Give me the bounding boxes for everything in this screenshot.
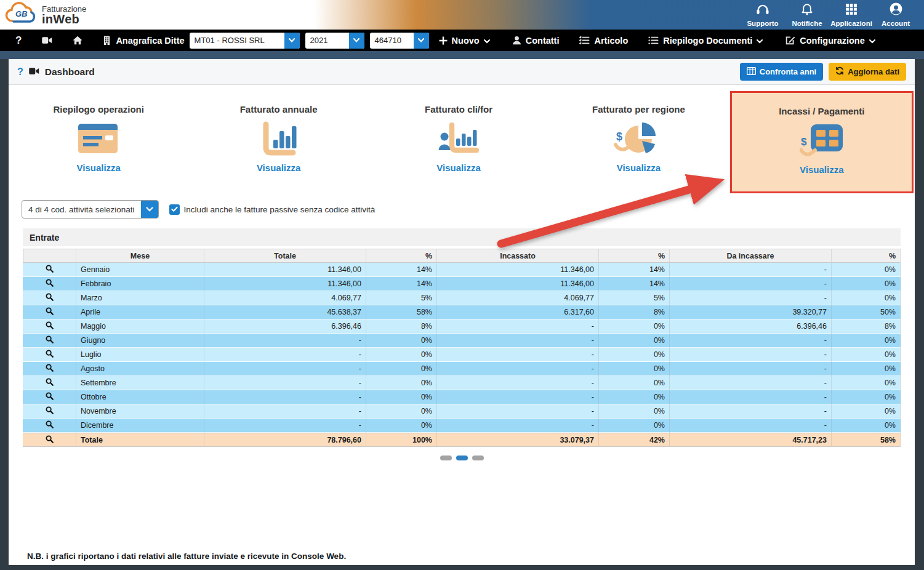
- value-cell: 0%: [599, 390, 670, 404]
- logo-line1: Fatturazione: [42, 5, 86, 13]
- page-dot-active[interactable]: [456, 456, 468, 460]
- card-title: Fatturato annuale: [240, 104, 318, 114]
- include-passive-invoices-checkbox[interactable]: Includi anche le fatture passive senza c…: [169, 204, 376, 215]
- video-tutorial-icon[interactable]: [29, 66, 39, 78]
- zoom-row-button[interactable]: [23, 376, 76, 390]
- value-cell: 0%: [832, 362, 901, 376]
- nav-item-contatti[interactable]: Contatti: [512, 36, 560, 46]
- video-tutorial-icon[interactable]: [42, 36, 52, 44]
- filter-row: 4 di 4 cod. attività selezionati Includi…: [22, 200, 915, 219]
- nav-item-riepilogo-documenti[interactable]: Riepilogo Documenti: [648, 36, 767, 46]
- column-header: Incassato: [437, 249, 599, 263]
- column-header: [23, 249, 76, 263]
- notifications-label: Notifiche: [792, 20, 822, 27]
- value-cell: 6.317,60: [437, 305, 599, 319]
- zoom-row-button[interactable]: [23, 419, 76, 433]
- zoom-row-button[interactable]: [23, 404, 76, 419]
- building-icon[interactable]: [103, 36, 111, 45]
- notifications-button[interactable]: Notifiche: [785, 3, 829, 27]
- visualizza-link[interactable]: Visualizza: [436, 163, 480, 173]
- nav-item-configurazione[interactable]: Configurazione: [785, 36, 880, 46]
- value-cell: 33.079,37: [437, 433, 599, 447]
- account-icon: [890, 2, 902, 18]
- value-cell: 0%: [599, 334, 670, 348]
- visualizza-link[interactable]: Visualizza: [76, 163, 120, 173]
- compare-years-button[interactable]: Confronta anni: [740, 63, 823, 81]
- value-cell: 0%: [366, 348, 437, 362]
- bell-icon: [801, 3, 813, 18]
- value-cell: 45.717,23: [670, 433, 832, 447]
- chevron-down-icon[interactable]: [284, 33, 300, 49]
- main-nav-bar: ? Anagrafica Ditte MT01 - ROSSI SRL 2021…: [0, 30, 924, 51]
- applications-label: Applicazioni: [830, 20, 872, 27]
- year-select[interactable]: 2021: [305, 33, 364, 49]
- dashboard-panel: ? Dashboard Confronta anni Aggiorna dati…: [9, 59, 915, 565]
- chevron-down-icon: [484, 36, 494, 46]
- checkbox-checked-icon[interactable]: [169, 204, 180, 215]
- visualizza-link[interactable]: Visualizza: [257, 163, 300, 173]
- value-cell: 0%: [832, 263, 901, 277]
- refresh-data-button[interactable]: Aggiorna dati: [829, 63, 906, 81]
- value-cell: -: [204, 348, 366, 362]
- zoom-row-button[interactable]: [23, 362, 76, 376]
- value-cell: 42%: [599, 433, 670, 447]
- company-select[interactable]: MT01 - ROSSI SRL: [190, 33, 300, 49]
- value-cell: -: [204, 404, 366, 419]
- value-cell: -: [437, 390, 599, 404]
- value-cell: 11.346,00: [204, 263, 366, 277]
- zoom-row-button[interactable]: [23, 334, 76, 348]
- table-total-row: Totale78.796,60100%33.079,3742%45.717,23…: [23, 433, 901, 447]
- compare-columns-icon: [747, 67, 756, 77]
- zoom-row-button[interactable]: [23, 277, 76, 291]
- visualizza-link[interactable]: Visualizza: [800, 164, 843, 175]
- value-cell: 4.069,77: [204, 291, 366, 305]
- anagrafica-ditte-label[interactable]: Anagrafica Ditte: [116, 36, 184, 46]
- page-dot[interactable]: [472, 456, 484, 460]
- value-cell: 5%: [599, 291, 670, 305]
- zoom-row-button[interactable]: [23, 263, 76, 277]
- pagination: [9, 456, 915, 460]
- zoom-row-button[interactable]: [23, 305, 76, 319]
- bar-chart-icon: [261, 114, 297, 163]
- value-cell: 45.638,37: [204, 305, 366, 319]
- nav-item-nuovo[interactable]: Nuovo: [439, 36, 494, 46]
- month-cell: Novembre: [76, 404, 204, 419]
- chevron-down-icon[interactable]: [349, 33, 364, 49]
- month-cell: Febbraio: [76, 277, 204, 291]
- value-cell: -: [437, 334, 599, 348]
- card-incassi-pagamenti[interactable]: Incassi / Pagamenti $ Visualizza: [730, 91, 914, 193]
- value-cell: 0%: [599, 362, 670, 376]
- zoom-row-button[interactable]: [23, 433, 76, 447]
- value-cell: -: [670, 291, 832, 305]
- value-cell: 0%: [832, 419, 901, 433]
- activity-code-select[interactable]: 4 di 4 cod. attività selezionati: [22, 200, 159, 219]
- chevron-down-icon[interactable]: [414, 33, 429, 49]
- value-cell: 0%: [366, 362, 437, 376]
- support-button[interactable]: Supporto: [741, 3, 785, 27]
- card-title: Incassi / Pagamenti: [779, 106, 864, 116]
- account-button[interactable]: Account: [874, 2, 918, 27]
- value-cell: 0%: [599, 376, 670, 390]
- page-dot[interactable]: [440, 456, 452, 460]
- card-title: Fatturato cli/for: [425, 104, 492, 114]
- value-cell: -: [204, 419, 366, 433]
- nav-item-articolo[interactable]: Articolo: [579, 36, 628, 46]
- zoom-row-button[interactable]: [23, 390, 76, 404]
- column-header: Da incassare: [670, 249, 832, 263]
- zoom-row-button[interactable]: [23, 348, 76, 362]
- month-cell: Ottobre: [76, 390, 204, 404]
- logo-line2: inWeb: [42, 13, 86, 25]
- nav-help-button[interactable]: ?: [15, 34, 22, 47]
- value-cell: -: [670, 348, 832, 362]
- code-select[interactable]: 464710: [370, 33, 429, 49]
- nav-item-label: Contatti: [526, 36, 560, 46]
- value-cell: 0%: [599, 348, 670, 362]
- visualizza-link[interactable]: Visualizza: [617, 163, 661, 173]
- chevron-down-icon[interactable]: [141, 200, 158, 219]
- value-cell: -: [437, 362, 599, 376]
- zoom-row-button[interactable]: [23, 291, 76, 305]
- zoom-row-button[interactable]: [23, 319, 76, 334]
- page-help-button[interactable]: ?: [17, 66, 23, 78]
- home-icon[interactable]: [73, 36, 82, 45]
- applications-button[interactable]: Applicazioni: [829, 3, 874, 27]
